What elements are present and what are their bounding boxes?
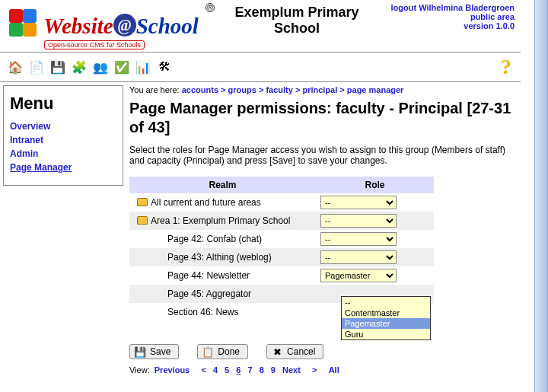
- save-icon[interactable]: 💾: [49, 59, 67, 75]
- page-icon[interactable]: 📄: [27, 59, 46, 75]
- breadcrumb-prefix: You are here:: [129, 85, 180, 94]
- pager-page-6[interactable]: 6: [236, 365, 241, 374]
- table-row: Page 43: Althing (weblog)--: [129, 248, 434, 266]
- role-select[interactable]: Pagemaster: [320, 269, 397, 282]
- realm-cell: Area 1: Exemplum Primary School: [129, 212, 316, 230]
- top-right-links: logout Wilhelmina Bladergroen public are…: [391, 3, 515, 30]
- pager-next[interactable]: Next: [282, 365, 301, 374]
- breadcrumb-accounts[interactable]: accounts: [182, 85, 218, 94]
- col-realm: Realm: [129, 177, 316, 193]
- vertical-scrollbar[interactable]: [534, 0, 548, 381]
- pager: View: Previous < 4 5 6 7 8 9 Next > All: [129, 365, 513, 374]
- sidebar-item-page-manager[interactable]: Page Manager: [10, 162, 116, 173]
- logout-link[interactable]: logout Wilhelmina Bladergroen: [391, 3, 515, 12]
- content: You are here: accounts > groups > facult…: [126, 82, 521, 381]
- pager-page-7[interactable]: 7: [247, 365, 252, 374]
- role-cell: --: [316, 230, 434, 248]
- chevron-right-icon: >: [218, 85, 228, 94]
- chevron-right-icon: >: [337, 85, 347, 94]
- role-cell: --: [316, 248, 434, 266]
- role-dropdown-open[interactable]: --ContentmasterPagemasterGuru: [341, 296, 431, 340]
- page-title: Page Manager permissions: faculty - Prin…: [129, 99, 513, 137]
- chevron-right-icon: >: [256, 85, 266, 94]
- done-button[interactable]: 📋 Done: [197, 344, 248, 359]
- role-cell: --: [316, 193, 434, 212]
- cancel-label: Cancel: [287, 346, 315, 357]
- header: Website@School ® Open-source CMS for Sch…: [0, 0, 521, 52]
- puzzle-icon: [8, 8, 38, 38]
- check-icon[interactable]: ✅: [113, 59, 131, 75]
- role-select[interactable]: --: [320, 232, 397, 246]
- users-icon[interactable]: 👥: [91, 59, 110, 75]
- role-option[interactable]: Contentmaster: [342, 308, 430, 318]
- help-icon[interactable]: ?: [501, 55, 515, 79]
- done-label: Done: [218, 346, 240, 357]
- realm-cell: Page 42: Confab (chat): [129, 230, 316, 248]
- toolbar: 🏠📄💾🧩👥✅📊🛠 ?: [0, 53, 521, 81]
- cancel-button[interactable]: ✖ Cancel: [266, 344, 323, 359]
- logo-word-website: Website: [43, 14, 113, 38]
- folder-icon: [137, 216, 148, 225]
- floppy-icon: 💾: [135, 346, 145, 357]
- role-option[interactable]: Guru: [342, 329, 430, 339]
- table-row: All current and future areas--: [129, 193, 434, 212]
- pager-page-8[interactable]: 8: [260, 365, 264, 374]
- instructions: Select the roles for Page Manager access…: [129, 145, 513, 166]
- version-link[interactable]: version 1.0.0: [464, 21, 515, 30]
- realm-cell: Section 46: News: [129, 303, 316, 321]
- pager-all[interactable]: All: [329, 365, 339, 374]
- save-label: Save: [150, 346, 170, 357]
- pager-page-9[interactable]: 9: [271, 365, 276, 374]
- pager-page-5[interactable]: 5: [225, 365, 229, 374]
- breadcrumb-groups[interactable]: groups: [228, 85, 256, 94]
- realm-cell: All current and future areas: [129, 193, 316, 212]
- realm-cell: Page 44: Newsletter: [129, 266, 316, 285]
- role-cell: --: [316, 212, 434, 230]
- breadcrumb: You are here: accounts > groups > facult…: [129, 85, 513, 94]
- save-button[interactable]: 💾 Save: [129, 344, 179, 359]
- menu-heading: Menu: [10, 94, 116, 113]
- pager-gt[interactable]: >: [312, 365, 317, 374]
- role-option[interactable]: Pagemaster: [342, 318, 430, 329]
- pager-page-4[interactable]: 4: [213, 365, 218, 374]
- folder-icon: [137, 198, 148, 206]
- breadcrumb-principal[interactable]: principal: [302, 85, 337, 94]
- logo-word-school: School: [136, 14, 199, 38]
- table-row: Page 42: Confab (chat)--: [129, 230, 434, 248]
- home-icon[interactable]: 🏠: [6, 59, 24, 75]
- cancel-icon: ✖: [272, 346, 282, 357]
- at-icon: @: [113, 14, 136, 37]
- table-row: Area 1: Exemplum Primary School--: [129, 212, 434, 230]
- logo-tagline: Open-source CMS for Schools: [44, 40, 145, 49]
- site-title: Exemplum Primary School: [213, 5, 381, 37]
- table-row: Page 44: NewsletterPagemaster: [129, 266, 434, 285]
- public-area-link[interactable]: public area: [470, 12, 515, 21]
- logo[interactable]: Website@School ® Open-source CMS for Sch…: [8, 3, 215, 49]
- sidebar-item-admin[interactable]: Admin: [10, 148, 116, 159]
- realm-cell: Page 45: Aggregator: [129, 285, 316, 303]
- stats-icon[interactable]: 📊: [134, 59, 152, 75]
- breadcrumb-page-manager[interactable]: page manager: [347, 85, 404, 94]
- role-option[interactable]: --: [342, 297, 430, 308]
- pager-previous[interactable]: Previous: [155, 365, 190, 374]
- role-select[interactable]: --: [320, 250, 397, 264]
- pager-view-label: View:: [129, 365, 150, 374]
- sidebar-item-intranet[interactable]: Intranet: [10, 135, 116, 145]
- role-select[interactable]: --: [320, 214, 397, 228]
- tools-icon[interactable]: 🛠: [155, 59, 174, 75]
- modules-icon[interactable]: 🧩: [70, 59, 88, 75]
- role-select[interactable]: --: [320, 196, 397, 209]
- check-icon: 📋: [202, 346, 213, 357]
- button-row: 💾 Save 📋 Done ✖ Cancel: [129, 344, 513, 359]
- col-role: Role: [316, 177, 434, 193]
- role-cell: Pagemaster: [316, 266, 434, 285]
- chevron-right-icon: >: [293, 85, 303, 94]
- sidebar: Menu OverviewIntranetAdminPage Manager: [3, 85, 123, 186]
- realm-cell: Page 43: Althing (weblog): [129, 248, 316, 266]
- pager-lt[interactable]: <: [201, 365, 206, 374]
- breadcrumb-faculty[interactable]: faculty: [266, 85, 292, 94]
- sidebar-item-overview[interactable]: Overview: [10, 121, 116, 132]
